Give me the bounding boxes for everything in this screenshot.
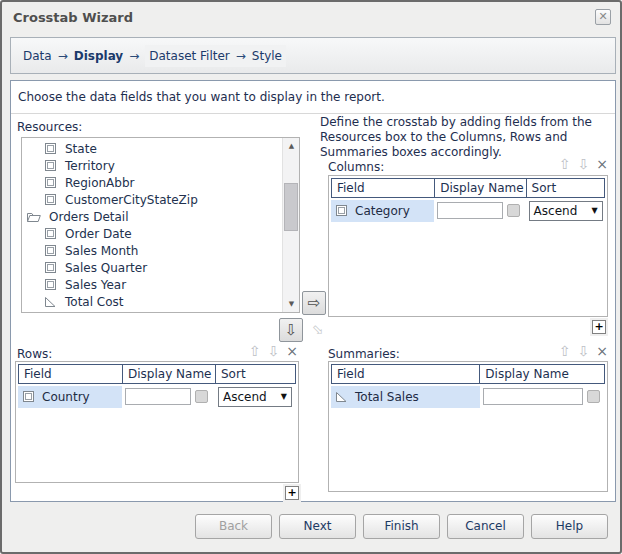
folder-icon xyxy=(26,210,41,223)
column-header-field: Field xyxy=(331,178,435,198)
columns-row-category[interactable]: Category Ascend ▼ xyxy=(331,199,605,222)
wizard-steps: Data → Display → Dataset Filter → Style xyxy=(10,37,616,74)
rows-move-down-icon[interactable]: ⇩ xyxy=(268,343,280,359)
step-arrow-icon: → xyxy=(236,49,246,63)
scrollbar-thumb[interactable] xyxy=(284,183,298,231)
sort-cell: Ascend ▼ xyxy=(526,201,605,221)
step-data[interactable]: Data xyxy=(23,49,52,63)
columns-label: Columns: xyxy=(328,160,384,174)
summaries-table-header: Field Display Name xyxy=(331,364,605,384)
summary-field-icon xyxy=(44,295,57,308)
display-name-ellipsis-button[interactable] xyxy=(587,390,600,403)
tree-item-sales-quarter[interactable]: Sales Quarter xyxy=(22,259,281,276)
field-icon xyxy=(44,142,57,155)
add-column-field-button[interactable]: + xyxy=(592,320,606,334)
step-arrow-icon: → xyxy=(129,49,139,63)
tree-item-state[interactable]: State xyxy=(22,140,281,157)
page-instruction: Choose the data fields that you want to … xyxy=(11,81,615,114)
display-name-input[interactable] xyxy=(125,388,191,405)
scroll-down-icon[interactable]: ▼ xyxy=(283,296,300,312)
rows-table-header: Field Display Name Sort xyxy=(18,364,296,384)
display-name-cell xyxy=(480,388,605,405)
field-icon xyxy=(44,261,57,274)
tree-item-customercitystatezip[interactable]: CustomerCityStateZip xyxy=(22,191,281,208)
field-icon xyxy=(335,204,348,217)
step-arrow-icon: → xyxy=(58,49,68,63)
column-header-field: Field xyxy=(331,364,480,384)
tree-item-sales-month[interactable]: Sales Month xyxy=(22,242,281,259)
add-to-rows-button[interactable]: ⇩ xyxy=(279,318,303,342)
column-header-display-name: Display Name xyxy=(122,364,216,384)
field-cell[interactable]: Category xyxy=(331,200,434,222)
tree-item-order-date[interactable]: Order Date xyxy=(22,225,281,242)
field-icon xyxy=(44,244,57,257)
next-button[interactable]: Next xyxy=(279,514,356,539)
tree-item-territory[interactable]: Territory xyxy=(22,157,281,174)
rows-panel: Field Display Name Sort Country Ascend ▼ xyxy=(15,361,299,483)
rows-remove-icon[interactable]: × xyxy=(286,343,298,359)
field-icon xyxy=(44,176,57,189)
summaries-remove-icon[interactable]: × xyxy=(596,343,608,359)
columns-table-header: Field Display Name Sort xyxy=(331,178,605,198)
field-icon xyxy=(44,159,57,172)
display-name-cell xyxy=(122,388,215,405)
tree-item-sales-year[interactable]: Sales Year xyxy=(22,276,281,293)
rows-move-up-icon[interactable]: ⇧ xyxy=(249,343,261,359)
columns-move-up-icon[interactable]: ⇧ xyxy=(559,156,571,172)
help-button[interactable]: Help xyxy=(531,514,608,539)
define-hint: Define the crosstab by adding fields fro… xyxy=(320,115,620,160)
summaries-panel: Field Display Name Total Sales xyxy=(328,361,608,492)
field-icon xyxy=(22,390,35,403)
sort-cell: Ascend ▼ xyxy=(215,387,296,407)
summaries-move-down-icon[interactable]: ⇩ xyxy=(578,343,590,359)
cancel-button[interactable]: Cancel xyxy=(447,514,524,539)
dialog-buttons: Back Next Finish Cancel Help xyxy=(195,514,608,539)
column-header-sort: Sort xyxy=(215,364,296,384)
summaries-row-total-sales[interactable]: Total Sales xyxy=(331,385,605,408)
crosstab-wizard-dialog: Crosstab Wizard ✕ Data → Display → Datas… xyxy=(0,0,622,554)
step-dataset-filter[interactable]: Dataset Filter xyxy=(149,49,230,63)
add-row-field-button[interactable]: + xyxy=(285,486,299,500)
column-header-field: Field xyxy=(18,364,123,384)
field-icon xyxy=(44,278,57,291)
sort-dropdown[interactable]: Ascend ▼ xyxy=(218,387,292,407)
summaries-move-up-icon[interactable]: ⇧ xyxy=(559,343,571,359)
chevron-down-icon: ▼ xyxy=(281,392,287,401)
tree-item-regionabbr[interactable]: RegionAbbr xyxy=(22,174,281,191)
rows-row-country[interactable]: Country Ascend ▼ xyxy=(18,385,296,408)
column-header-display-name: Display Name xyxy=(479,364,605,384)
add-to-summaries-button[interactable]: ⇩ xyxy=(307,319,329,341)
arrow-down-icon: ⇩ xyxy=(285,321,298,339)
columns-remove-icon[interactable]: × xyxy=(596,156,608,172)
step-style[interactable]: Style xyxy=(252,49,282,63)
field-icon xyxy=(44,227,57,240)
arrow-diagonal-icon: ⇩ xyxy=(308,320,328,340)
field-cell[interactable]: Country xyxy=(18,386,122,408)
sort-dropdown[interactable]: Ascend ▼ xyxy=(529,201,603,221)
display-name-input[interactable] xyxy=(437,202,503,219)
arrow-right-icon: ⇨ xyxy=(308,294,321,312)
column-header-display-name: Display Name xyxy=(434,178,526,198)
back-button[interactable]: Back xyxy=(195,514,272,539)
wizard-content: Choose the data fields that you want to … xyxy=(10,80,616,502)
resources-tree: State Territory RegionAbbr CustomerCityS… xyxy=(21,137,300,313)
tree-item-total-cost[interactable]: Total Cost xyxy=(22,293,281,310)
scroll-up-icon[interactable]: ▲ xyxy=(283,138,300,154)
finish-button[interactable]: Finish xyxy=(363,514,440,539)
resources-scrollbar[interactable]: ▲ ▼ xyxy=(282,138,299,312)
tree-item-orders-detail[interactable]: Orders Detail xyxy=(22,208,281,225)
dialog-title: Crosstab Wizard xyxy=(13,10,133,25)
add-to-columns-button[interactable]: ⇨ xyxy=(302,291,326,315)
summaries-label: Summaries: xyxy=(328,347,400,361)
display-name-ellipsis-button[interactable] xyxy=(195,390,208,403)
close-icon[interactable]: ✕ xyxy=(595,9,611,25)
summary-field-icon xyxy=(335,390,348,403)
display-name-cell xyxy=(434,202,525,219)
resources-label: Resources: xyxy=(17,120,82,134)
step-display[interactable]: Display xyxy=(74,49,123,63)
chevron-down-icon: ▼ xyxy=(591,206,597,215)
columns-move-down-icon[interactable]: ⇩ xyxy=(578,156,590,172)
display-name-ellipsis-button[interactable] xyxy=(507,204,520,217)
field-cell[interactable]: Total Sales xyxy=(331,386,480,408)
display-name-input[interactable] xyxy=(483,388,583,405)
